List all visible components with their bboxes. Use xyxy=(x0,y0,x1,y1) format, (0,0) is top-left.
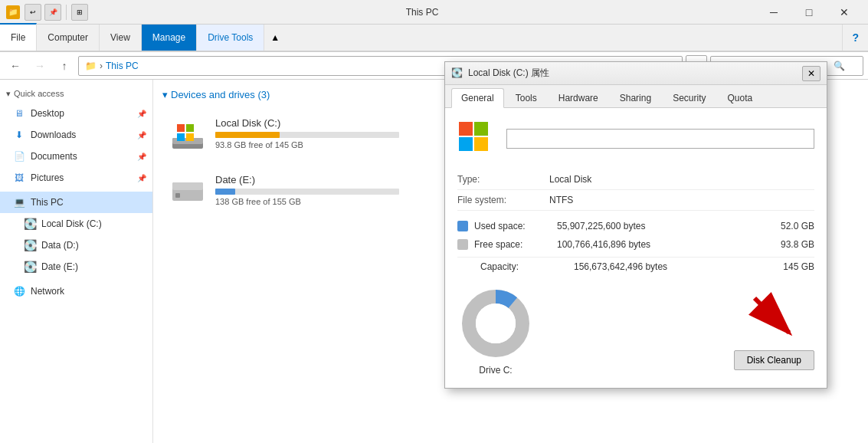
desktop-icon: 🖥 xyxy=(12,107,26,120)
used-space-row: Used space: 55,907,225,600 bytes 52.0 GB xyxy=(457,217,814,235)
svg-rect-9 xyxy=(459,122,473,136)
drive-header-icon xyxy=(457,120,494,157)
svg-rect-2 xyxy=(177,124,185,132)
tab-computer[interactable]: Computer xyxy=(37,25,100,51)
ribbon: File Computer View Manage Drive Tools ▲ … xyxy=(0,25,868,52)
dialog-tab-general[interactable]: General xyxy=(451,88,504,108)
sidebar-item-desktop-label: Desktop xyxy=(31,108,133,119)
dialog-tab-sharing[interactable]: Sharing xyxy=(610,88,661,107)
quick-access-label: Quick access xyxy=(14,89,64,98)
type-label: Type: xyxy=(457,174,549,185)
sidebar-item-documents-label: Documents xyxy=(31,151,133,162)
tab-manage[interactable]: Manage xyxy=(142,25,197,51)
svg-rect-10 xyxy=(474,122,488,136)
drive-header xyxy=(457,120,814,157)
help-button[interactable]: ? xyxy=(842,25,868,51)
search-icon[interactable]: 🔍 xyxy=(834,61,845,71)
free-space-dot xyxy=(457,239,468,250)
date-e-icon: 💽 xyxy=(23,260,37,274)
svg-rect-12 xyxy=(474,137,488,151)
pictures-icon: 🖼 xyxy=(12,171,26,185)
sidebar-section-this-pc: 💻 This PC 💽 Local Disk (C:) 💽 Data (D:) … xyxy=(0,192,152,277)
used-space-dot xyxy=(457,221,468,231)
sidebar-item-data-d-label: Data (D:) xyxy=(41,240,146,251)
properties-icon[interactable]: ⊞ xyxy=(71,4,88,21)
chart-area: Drive C: Disk Cleanup xyxy=(457,285,814,376)
dialog-body: Type: Local Disk File system: NTFS Used … xyxy=(445,108,827,388)
sidebar-item-downloads[interactable]: ⬇ Downloads 📌 xyxy=(0,124,152,146)
donut-chart xyxy=(457,285,534,362)
svg-rect-7 xyxy=(172,182,203,190)
capacity-label: Capacity: xyxy=(480,261,568,272)
ribbon-expand-button[interactable]: ▲ xyxy=(264,25,286,51)
sidebar-item-documents[interactable]: 📄 Documents 📌 xyxy=(0,146,152,167)
filesystem-row: File system: NTFS xyxy=(457,190,814,211)
svg-rect-5 xyxy=(186,133,194,141)
dialog-tab-security[interactable]: Security xyxy=(663,88,716,107)
forward-button[interactable]: → xyxy=(29,55,51,77)
sidebar: ▾ Quick access 🖥 Desktop 📌 ⬇ Downloads 📌… xyxy=(0,80,153,443)
expand-icon: ▾ xyxy=(6,89,11,99)
type-value: Local Disk xyxy=(549,174,591,185)
sidebar-item-network[interactable]: 🌐 Network xyxy=(0,281,152,302)
quick-access-header[interactable]: ▾ Quick access xyxy=(0,84,152,103)
dialog-drive-icon: 💽 xyxy=(451,67,463,80)
capacity-row: Capacity: 156,673,642,496 bytes 145 GB xyxy=(457,257,814,276)
close-button[interactable]: ✕ xyxy=(827,0,862,25)
maximize-button[interactable]: □ xyxy=(791,0,827,25)
svg-rect-3 xyxy=(186,124,194,132)
pin-icon[interactable]: 📌 xyxy=(44,4,61,21)
dialog-tab-quota[interactable]: Quota xyxy=(717,88,762,107)
sidebar-item-network-label: Network xyxy=(31,286,146,297)
svg-point-15 xyxy=(476,304,516,343)
dialog-title-text: Local Disk (C:) 属性 xyxy=(468,67,798,80)
sidebar-item-data-d[interactable]: 💽 Data (D:) xyxy=(0,235,152,256)
separator xyxy=(66,5,67,20)
path-separator: › xyxy=(100,61,103,71)
dialog-close-button[interactable]: ✕ xyxy=(802,66,821,81)
red-arrow-icon xyxy=(743,290,804,344)
data-d-icon: 💽 xyxy=(23,238,37,252)
tab-file[interactable]: File xyxy=(0,23,37,51)
window-title: This PC xyxy=(93,7,752,18)
pin-documents-icon: 📌 xyxy=(137,153,146,161)
drive-e-icon xyxy=(169,172,206,208)
pin-desktop-icon: 📌 xyxy=(137,110,146,118)
drive-name-input[interactable] xyxy=(506,129,814,149)
path-this-pc[interactable]: This PC xyxy=(106,61,139,71)
free-space-label: Free space: xyxy=(474,239,551,250)
capacity-bytes: 156,673,642,496 bytes xyxy=(574,261,762,272)
sidebar-item-date-e[interactable]: 💽 Date (E:) xyxy=(0,256,152,277)
back-button[interactable]: ← xyxy=(5,55,26,77)
disk-cleanup-button[interactable]: Disk Cleanup xyxy=(734,350,814,370)
capacity-gb: 145 GB xyxy=(768,261,814,272)
free-space-bytes: 100,766,416,896 bytes xyxy=(557,239,762,250)
local-disk-icon: 💽 xyxy=(23,217,37,231)
path-folder-icon: 📁 xyxy=(85,61,97,71)
minimize-button[interactable]: ─ xyxy=(756,0,791,25)
tab-drive-tools[interactable]: Drive Tools xyxy=(197,25,264,51)
dialog-tab-hardware[interactable]: Hardware xyxy=(549,88,608,107)
used-space-label: Used space: xyxy=(474,221,551,231)
dialog-tab-tools[interactable]: Tools xyxy=(506,88,547,107)
sidebar-item-pictures-label: Pictures xyxy=(31,172,133,183)
drive-c-icon xyxy=(169,115,206,152)
sidebar-item-this-pc[interactable]: 💻 This PC xyxy=(0,192,152,213)
pin-downloads-icon: 📌 xyxy=(137,131,146,139)
window-controls: ─ □ ✕ xyxy=(756,0,862,25)
title-bar: 📁 ↩ 📌 ⊞ This PC ─ □ ✕ xyxy=(0,0,868,25)
sidebar-item-local-disk[interactable]: 💽 Local Disk (C:) xyxy=(0,213,152,235)
dialog-title-bar: 💽 Local Disk (C:) 属性 ✕ xyxy=(445,62,827,85)
svg-rect-4 xyxy=(177,133,185,141)
quick-access-icon[interactable]: ↩ xyxy=(25,4,41,21)
sidebar-item-desktop[interactable]: 🖥 Desktop 📌 xyxy=(0,103,152,124)
tab-view[interactable]: View xyxy=(100,25,142,51)
used-space-bytes: 55,907,225,600 bytes xyxy=(557,221,762,231)
sidebar-section-quick-access: ▾ Quick access 🖥 Desktop 📌 ⬇ Downloads 📌… xyxy=(0,84,152,189)
sidebar-item-pictures[interactable]: 🖼 Pictures 📌 xyxy=(0,167,152,189)
properties-dialog: 💽 Local Disk (C:) 属性 ✕ General Tools Har… xyxy=(444,61,827,389)
up-button[interactable]: ↑ xyxy=(54,55,75,77)
drive-e-bar xyxy=(215,189,235,195)
devices-expand-icon: ▾ xyxy=(162,89,168,100)
filesystem-label: File system: xyxy=(457,195,549,205)
